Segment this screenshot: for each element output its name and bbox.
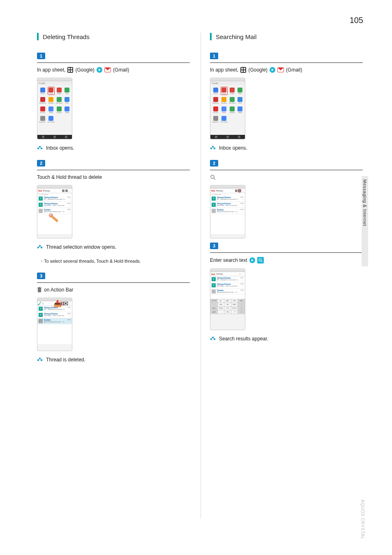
screenshot-mail-search-icon: MailPrimary⋮•••••••@ymob...TTetsuya Kimu… [210,185,245,238]
right-step3-result: Search results appear. [210,336,363,342]
left-step-2: 2 Touch & Hold thread to delete MailPrim… [37,159,190,264]
svg-rect-17 [214,148,215,149]
svg-rect-16 [212,146,214,148]
left-step-1: 1 In app sheet, (Google) (Gmail) GoogleC… [37,52,190,151]
text: Inbox opens. [46,145,74,151]
text: Enter search text [210,257,247,263]
screenshot-thread-hold: MailPrimary⋮•••••••@ymob...TTetsuya Kimu… [37,185,72,238]
svg-point-18 [211,175,214,178]
svg-rect-13 [39,358,41,359]
svg-point-20 [259,259,261,261]
result-icon [210,336,216,342]
svg-rect-24 [214,338,215,340]
left-step-3: 3 on Action Bar ✓1📥✉⋮TTetsuya KimuraMT –… [37,272,190,363]
svg-rect-8 [37,288,42,289]
rule [37,170,190,170]
search-button-icon [257,257,264,264]
right-column: Searching Mail 1 In app sheet, (Google) … [210,33,363,518]
svg-rect-10 [61,303,62,305]
svg-rect-0 [37,148,39,149]
result-icon [37,244,43,250]
text: In app sheet, [210,67,238,73]
right-step2-icon [210,174,363,180]
right-step1-result: Inbox opens. [210,145,363,151]
left-column: Deleting Threads 1 In app sheet, (Google… [37,33,190,518]
step-badge: 1 [210,53,218,59]
step-badge: 2 [37,160,45,166]
svg-rect-4 [37,247,39,248]
left-step2-instruction: Touch & Hold thread to delete [37,174,190,180]
svg-rect-5 [39,245,41,247]
left-title-text: Deleting Threads [43,33,90,40]
left-step2-subnote: ・To select several threads, Touch & Hold… [39,258,190,264]
svg-line-21 [261,261,262,262]
svg-line-19 [214,178,215,180]
right-title: Searching Mail [210,33,363,40]
svg-rect-11 [60,302,62,303]
left-step2-result: Thread selection window opens. [37,244,190,250]
screenshot-app-sheet: GoogleChromeGmailGoogle+MapsPlay MoviesP… [210,78,245,139]
step-badge: 3 [37,273,45,279]
text: In app sheet, [37,67,65,73]
gmail-icon [104,67,111,72]
title-bar [37,33,39,40]
right-step1-flow: In app sheet, (Google) (Gmail) [210,67,363,73]
svg-rect-14 [41,359,42,361]
right-step-1: 1 In app sheet, (Google) (Gmail) GoogleC… [210,52,363,151]
text: (Gmail) [113,67,129,73]
screenshot-search-results: Mailmeeting✕⋮TTetsuya KimuraMT – Schedul… [210,268,245,330]
page-number: 105 [350,16,363,25]
text: on Action Bar [44,287,73,293]
rule [37,282,190,283]
left-step3-instruction: on Action Bar [37,287,190,293]
apps-grid-icon [240,67,246,73]
svg-rect-23 [212,337,214,338]
rule [210,252,363,253]
right-step-3: 3 Enter search text Mailmeeting✕⋮TTetsuy… [210,242,363,342]
svg-rect-6 [41,247,42,248]
step-badge: 3 [210,243,218,249]
result-icon [37,357,43,363]
text: (Google) [75,67,95,73]
svg-rect-15 [210,148,212,149]
footer-brand: AQUOS CRYSTAL [360,500,365,539]
step-badge: 1 [37,53,45,59]
screenshot-app-sheet: GoogleChromeGmailGoogle+MapsPlay MoviesP… [37,78,72,139]
result-icon [37,145,43,151]
left-step1-result: Inbox opens. [37,145,190,151]
step-badge: 2 [210,160,218,166]
svg-rect-2 [41,148,42,149]
title-bar [210,33,212,40]
rule [37,62,190,63]
right-step-2: 2 MailPrimary⋮•••••••@ymob...TTetsuya Ki… [210,159,363,238]
screenshot-action-bar: ✓1📥✉⋮TTetsuya KimuraMT – Schedule for ne… [37,298,72,351]
svg-rect-7 [38,288,41,292]
apps-grid-icon [67,67,73,73]
left-step1-flow: In app sheet, (Google) (Gmail) [37,67,190,73]
text: Search results appear. [219,336,268,342]
left-step3-result: Thread is deleted. [37,357,190,363]
side-tab-label: Messaging & Internet [362,179,367,226]
right-step3-instruction: Enter search text [210,257,363,264]
text: (Gmail) [286,67,302,73]
arrow-icon [249,257,255,263]
text: Thread is deleted. [46,357,85,363]
svg-rect-12 [37,359,39,361]
rule [210,170,363,170]
left-title: Deleting Threads [37,33,190,40]
search-icon [210,174,216,180]
right-title-text: Searching Mail [216,33,256,40]
side-tab: Messaging & Internet [362,176,368,266]
gmail-icon [277,67,284,72]
arrow-icon [97,67,102,73]
rule [210,62,363,63]
svg-rect-22 [210,338,212,340]
result-icon [210,145,216,151]
text: Inbox opens. [219,145,247,151]
svg-rect-1 [39,146,41,148]
trash-icon [37,287,42,293]
text: (Google) [248,67,267,73]
text: Touch & Hold thread to delete [37,174,102,180]
column-divider [201,33,201,518]
text: Thread selection window opens. [46,244,116,250]
